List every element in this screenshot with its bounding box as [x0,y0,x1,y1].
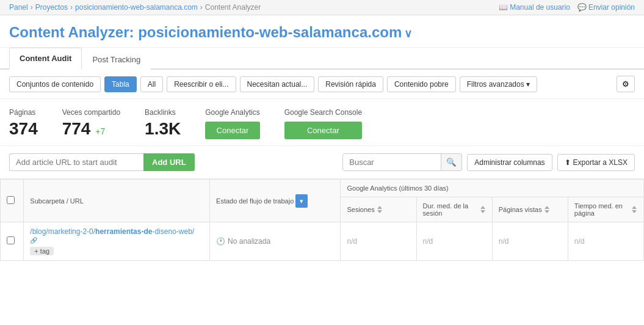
stat-ga: Google Analytics Conectar [205,108,259,139]
row-time: n/d [568,222,643,261]
top-actions: 📖 Manual de usuario 💬 Enviar opinión [499,3,635,12]
breadcrumb-panel[interactable]: Panel [9,3,28,12]
url-row: Add URL 🔍 Administrar columnas ⬆ Exporta… [0,146,644,179]
breadcrumb-proyectos[interactable]: Proyectos [35,3,68,12]
sessions-sort-icon[interactable] [377,206,383,213]
filter-tabla[interactable]: Tabla [104,76,137,92]
stats-row: Páginas 374 Veces compartido 774 +7 Back… [0,99,644,146]
row-checkbox[interactable] [7,236,15,244]
stat-backlinks: Backlinks 1.3K [145,108,181,139]
filter-necesitan[interactable]: Necesitan actual... [240,76,315,92]
select-all-checkbox[interactable] [7,196,15,204]
export-button[interactable]: ⬆ Exportar a XLSX [557,154,635,171]
clock-icon: 🕐 [216,237,225,246]
th-time: Tiempo med. en página [568,197,643,222]
page-title: Content Analyzer: posicionamiento-web-sa… [9,24,635,41]
tab-post-tracking[interactable]: Post Tracking [82,49,151,70]
book-icon: 📖 [499,3,508,12]
pages-sort-icon[interactable] [544,206,550,213]
url-input[interactable] [9,153,143,171]
filter-revision[interactable]: Revisión rápida [318,76,383,92]
filter-all[interactable]: All [140,76,163,92]
gsc-connect-button[interactable]: Conectar [284,122,362,139]
export-icon: ⬆ [565,158,571,167]
top-bar: Panel › Proyectos › posicionamiento-web-… [0,0,644,15]
search-button[interactable]: 🔍 [441,154,461,170]
gear-icon: ⚙ [622,79,629,89]
th-status: Estado del flujo de trabajo ▾ [210,180,341,222]
th-url: Subcarpeta / URL [24,180,210,222]
filter-contenido[interactable]: Contenido pobre [387,76,456,92]
filter-bar: Conjuntos de contenido Tabla All Reescri… [0,70,644,99]
filter-advanced[interactable]: Filtros avanzados ▾ [460,76,537,92]
row-pages: n/d [492,222,568,261]
manual-link[interactable]: 📖 Manual de usuario [499,3,570,12]
opinion-link[interactable]: 💬 Enviar opinión [577,3,635,12]
status-dropdown[interactable]: ▾ [295,194,308,208]
tag-badge[interactable]: + tag [30,247,54,255]
row-sessions: n/d [341,222,416,261]
add-url-button[interactable]: Add URL [143,153,195,171]
th-duration: Dur. med. de la sesión [416,197,492,222]
main-header: Content Analyzer: posicionamiento-web-sa… [0,15,644,48]
stat-pages: Páginas 374 [9,108,38,139]
th-pages: Páginas vistas [492,197,568,222]
tab-content-audit[interactable]: Content Audit [9,48,82,70]
search-input[interactable] [343,154,441,170]
th-ga-group: Google Analytics (últimos 30 días) [341,180,644,197]
row-url-link[interactable]: /blog/marketing-2-0/herramientas-de-dise… [30,227,194,236]
tabs-bar: Content Audit Post Tracking [0,48,644,70]
data-table: Subcarpeta / URL Estado del flujo de tra… [0,179,644,261]
url-right: 🔍 Administrar columnas ⬆ Exportar a XLSX [342,153,635,171]
search-icon: 🔍 [446,158,457,167]
row-checkbox-cell [1,222,24,261]
time-sort-icon[interactable] [631,206,637,213]
breadcrumb: Panel › Proyectos › posicionamiento-web-… [9,3,261,12]
no-analizada-link[interactable]: No analizada [228,237,270,246]
no-analizada-status: 🕐 No analizada [216,237,334,246]
manage-columns-button[interactable]: Administrar columnas [467,154,552,171]
row-duration: n/d [416,222,492,261]
row-status-cell: 🕐 No analizada [210,222,341,261]
filter-conjuntos[interactable]: Conjuntos de contenido [9,76,101,92]
filter-reescribir[interactable]: Reescribir o eli... [167,76,236,92]
search-box: 🔍 [342,153,462,171]
th-sessions: Sesiones [341,197,416,222]
external-link-icon[interactable]: 🔗 [30,237,37,244]
chat-icon: 💬 [577,3,587,12]
domain-title: posicionamiento-web-salamanca.com [138,24,402,40]
domain-chevron[interactable]: ∨ [404,27,412,40]
ga-connect-button[interactable]: Conectar [205,122,259,139]
breadcrumb-current: Content Analyzer [205,3,261,12]
gear-button[interactable]: ⚙ [617,76,635,92]
url-left: Add URL [9,153,195,171]
row-url-cell: /blog/marketing-2-0/herramientas-de-dise… [24,222,210,261]
th-checkbox [1,180,24,222]
breadcrumb-domain[interactable]: posicionamiento-web-salamanca.com [75,3,198,12]
stat-gsc: Google Search Console Conectar [284,108,362,139]
duration-sort-icon[interactable] [480,206,486,213]
stat-shared: Veces compartido 774 +7 [62,108,120,139]
table-row: /blog/marketing-2-0/herramientas-de-dise… [1,222,644,261]
